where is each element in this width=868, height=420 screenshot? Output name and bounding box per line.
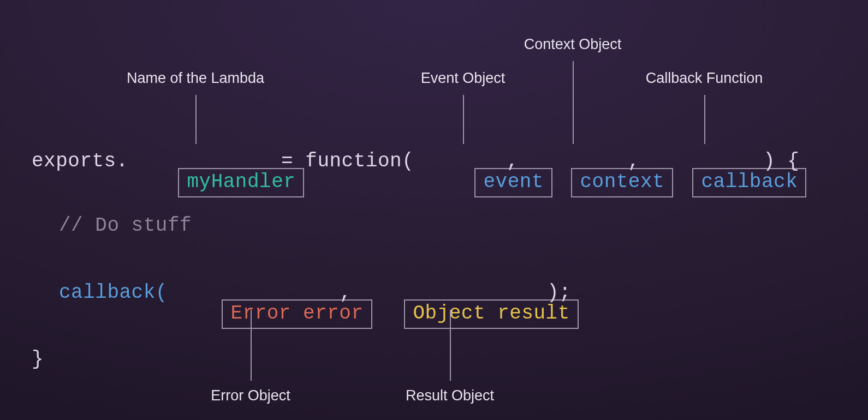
box-object-result: Object result — [404, 299, 578, 329]
label-event-object: Event Object — [421, 70, 506, 87]
code-close-paren-open-brace: ) { — [763, 150, 799, 172]
line-callback-function — [704, 95, 705, 144]
code-close-brace: } — [32, 348, 44, 370]
label-context-object: Context Object — [524, 36, 622, 53]
code-eq-function-open: = function( — [269, 150, 414, 172]
token-object-result: Object result — [356, 277, 579, 351]
code-callback-call: callback( — [59, 281, 168, 304]
diagram-stage: Context Object Name of the Lambda Event … — [0, 0, 868, 420]
line-context-object — [573, 61, 574, 144]
label-callback-function: Callback Function — [646, 70, 763, 87]
label-result-object: Result Object — [406, 387, 494, 404]
box-callback-param: callback — [692, 168, 806, 197]
code-comment: // Do stuff — [59, 214, 192, 237]
code-close-call-semi: ); — [547, 281, 571, 304]
line-lambda-name — [195, 95, 197, 144]
code-comma-1: , — [507, 150, 519, 172]
label-lambda-name: Name of the Lambda — [127, 70, 264, 87]
box-error-error: Error error — [222, 299, 372, 329]
line-event-object — [463, 95, 464, 144]
code-comma-2: , — [628, 150, 640, 172]
box-my-handler: myHandler — [178, 168, 304, 197]
code-comma-3: , — [340, 281, 352, 304]
line-result-object — [450, 310, 451, 381]
code-exports-dot: exports. — [32, 150, 128, 172]
label-error-object: Error Object — [211, 387, 290, 404]
line-error-object — [251, 310, 252, 381]
